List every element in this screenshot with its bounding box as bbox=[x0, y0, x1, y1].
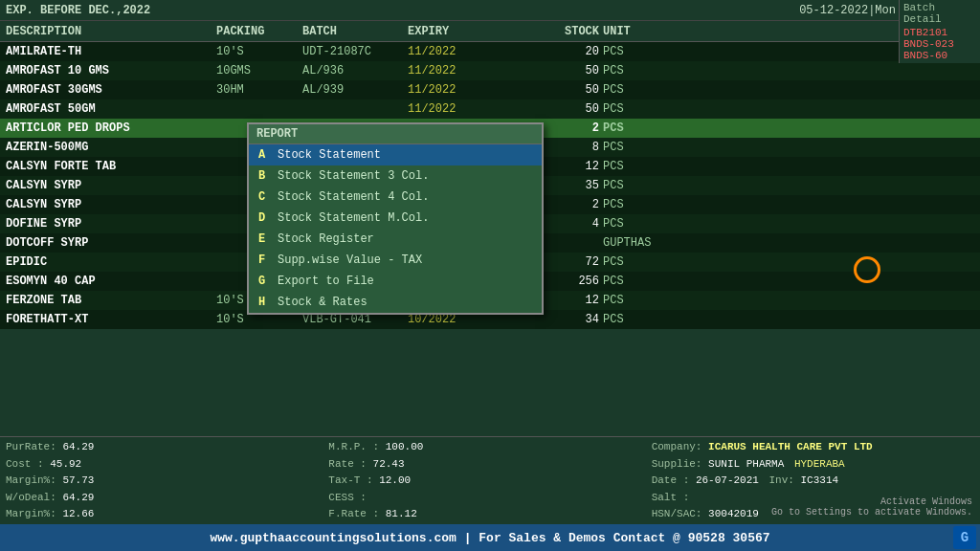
menu-key: B bbox=[258, 169, 272, 183]
footer-bar: www.gupthaaccountingsolutions.com | For … bbox=[0, 524, 980, 551]
item-unit: PCS bbox=[603, 217, 651, 231]
menu-key: E bbox=[258, 232, 272, 246]
item-pack: 10'S bbox=[216, 313, 302, 326]
menu-label: Stock Statement bbox=[278, 148, 381, 162]
item-unit: PCS bbox=[603, 275, 651, 288]
date-row: Date : 26-07-2021 Inv: IC3314 bbox=[652, 473, 974, 490]
item-unit: PCS bbox=[603, 83, 651, 97]
menu-key: C bbox=[258, 190, 272, 204]
item-desc: ARTICLOR PED DROPS bbox=[6, 121, 216, 135]
menu-label: Stock Statement 3 Col. bbox=[278, 169, 429, 183]
item-batch: UDT-21087C bbox=[302, 45, 408, 58]
item-desc: AMROFAST 10 GMS bbox=[6, 64, 216, 77]
column-headers: DESCRIPTION PACKING BATCH EXPIRY STOCK U… bbox=[0, 21, 980, 42]
bottom-col-1: PurRate: 64.29 Cost : 45.92 Margin%: 57.… bbox=[6, 439, 328, 520]
item-unit: PCS bbox=[603, 141, 651, 154]
item-desc: AMILRATE-TH bbox=[6, 45, 216, 58]
menu-item-e[interactable]: E Stock Register bbox=[249, 229, 542, 250]
footer-logo-icon: G bbox=[953, 526, 976, 549]
menu-item-g[interactable]: G Export to File bbox=[249, 271, 542, 292]
menu-key: D bbox=[258, 211, 272, 225]
margin1-row: Margin%: 57.73 bbox=[6, 473, 328, 490]
item-batch: AL/939 bbox=[302, 83, 408, 97]
menu-label: Stock Statement 4 Col. bbox=[278, 190, 429, 204]
col-description: DESCRIPTION bbox=[6, 25, 216, 38]
menu-key: A bbox=[258, 148, 272, 162]
menu-label: Stock Register bbox=[278, 232, 374, 246]
item-desc: AMROFAST 30GMS bbox=[6, 83, 216, 97]
item-desc: FERZONE TAB bbox=[6, 294, 216, 307]
item-desc: CALSYN SYRP bbox=[6, 198, 216, 211]
batch-item-2: BNDS-023 bbox=[903, 38, 976, 50]
menu-item-c[interactable]: C Stock Statement 4 Col. bbox=[249, 187, 542, 208]
taxt-row: Tax-T : 12.00 bbox=[328, 473, 651, 490]
menu-key: H bbox=[258, 296, 272, 309]
batch-detail-panel: Batch Detail DTB2101 BNDS-023 BNDS-60 bbox=[899, 0, 980, 63]
item-stock: 34 bbox=[523, 313, 599, 326]
report-menu-title: REPORT bbox=[249, 124, 542, 144]
company-row: Company: ICARUS HEALTH CARE PVT LTD bbox=[652, 439, 974, 456]
item-desc: DOFINE SYRP bbox=[6, 217, 216, 231]
item-unit: PCS bbox=[603, 160, 651, 173]
footer-text: www.gupthaaccountingsolutions.com | For … bbox=[210, 531, 769, 545]
menu-item-f[interactable]: F Supp.wise Value - TAX bbox=[249, 250, 542, 271]
mrp-row: M.R.P. : 100.00 bbox=[328, 439, 651, 456]
item-unit: PCS bbox=[603, 45, 651, 58]
item-stock: 50 bbox=[523, 83, 599, 97]
item-batch: AL/936 bbox=[302, 64, 408, 77]
item-unit: PCS bbox=[603, 313, 651, 326]
item-stock: 20 bbox=[523, 45, 599, 58]
item-desc: AZERIN-500MG bbox=[6, 141, 216, 154]
batch-item-3: BNDS-60 bbox=[903, 50, 976, 61]
menu-key: F bbox=[258, 253, 272, 267]
item-desc: CALSYN SYRP bbox=[6, 179, 216, 192]
menu-item-a[interactable]: A Stock Statement bbox=[249, 144, 542, 165]
item-desc: FORETHATT-XT bbox=[6, 313, 216, 326]
item-unit: PCS bbox=[603, 255, 651, 269]
item-expiry: 11/2022 bbox=[408, 45, 523, 58]
item-expiry: 11/2022 bbox=[408, 64, 523, 77]
menu-item-b[interactable]: B Stock Statement 3 Col. bbox=[249, 165, 542, 187]
menu-item-d[interactable]: D Stock Statement M.Col. bbox=[249, 208, 542, 229]
item-stock: 50 bbox=[523, 102, 599, 116]
cursor-indicator bbox=[854, 256, 880, 283]
item-unit: PCS bbox=[603, 121, 651, 135]
item-unit: GUPTHAS bbox=[603, 236, 651, 250]
purrate-row: PurRate: 64.29 bbox=[6, 439, 328, 456]
item-pack: 10GMS bbox=[216, 64, 302, 77]
item-desc: EPIDIC bbox=[6, 255, 216, 269]
menu-item-h[interactable]: H Stock & Rates bbox=[249, 292, 542, 313]
item-unit: PCS bbox=[603, 64, 651, 77]
table-row[interactable]: AMILRATE-TH 10'S UDT-21087C 11/2022 20 P… bbox=[0, 42, 980, 61]
col-stock: STOCK bbox=[523, 25, 599, 38]
table-row[interactable]: AMROFAST 50GM 11/2022 50 PCS bbox=[0, 99, 980, 119]
col-batch: BATCH bbox=[302, 25, 408, 38]
item-unit: PCS bbox=[603, 198, 651, 211]
cost-row: Cost : 45.92 bbox=[6, 456, 328, 474]
expiry-label: EXP. BEFORE DEC.,2022 bbox=[6, 4, 150, 17]
menu-label: Stock Statement M.Col. bbox=[278, 211, 429, 225]
activate-windows-notice: Activate Windows Go to Settings to activ… bbox=[771, 496, 972, 518]
item-unit: PCS bbox=[603, 294, 651, 307]
col-packing: PACKING bbox=[216, 25, 302, 38]
item-desc: CALSYN FORTE TAB bbox=[6, 160, 216, 173]
table-row[interactable]: AMROFAST 10 GMS 10GMS AL/936 11/2022 50 … bbox=[0, 61, 980, 80]
item-desc: ESOMYN 40 CAP bbox=[6, 275, 216, 288]
item-desc: DOTCOFF SYRP bbox=[6, 236, 216, 250]
menu-label: Supp.wise Value - TAX bbox=[278, 253, 422, 267]
menu-label: Export to File bbox=[278, 275, 374, 288]
item-desc: AMROFAST 50GM bbox=[6, 102, 216, 116]
item-unit: PCS bbox=[603, 179, 651, 192]
item-expiry: 11/2022 bbox=[408, 83, 523, 97]
item-unit: PCS bbox=[603, 102, 651, 116]
col-unit: UNIT bbox=[603, 25, 651, 38]
supplie-row: Supplie: SUNIL PHARMA HYDERABA bbox=[652, 456, 974, 474]
item-stock: 50 bbox=[523, 64, 599, 77]
table-row[interactable]: AMROFAST 30GMS 30HM AL/939 11/2022 50 PC… bbox=[0, 80, 980, 99]
batch-detail-title: Batch Detail bbox=[903, 2, 976, 25]
menu-key: G bbox=[258, 275, 272, 288]
top-bar: EXP. BEFORE DEC.,2022 05-12-2022|Mon|P| … bbox=[0, 0, 980, 21]
frate-row: F.Rate : 81.12 bbox=[328, 506, 651, 523]
item-expiry: 11/2022 bbox=[408, 102, 523, 116]
item-pack: 30HM bbox=[216, 83, 302, 97]
